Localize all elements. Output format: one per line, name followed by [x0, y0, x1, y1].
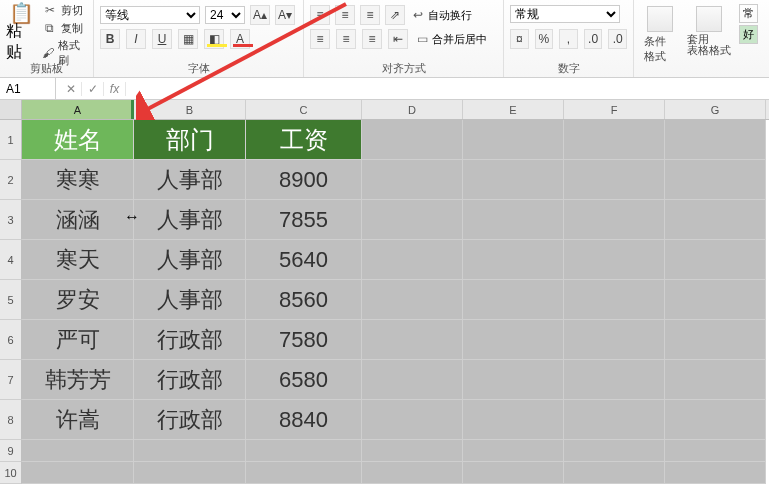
comma-button[interactable]: ,: [559, 29, 578, 49]
cell[interactable]: 8560: [246, 280, 362, 320]
percent-button[interactable]: %: [535, 29, 554, 49]
cell[interactable]: [134, 440, 246, 462]
dec-decimal-button[interactable]: .0: [608, 29, 627, 49]
cell[interactable]: [665, 440, 766, 462]
cell[interactable]: 罗安: [22, 280, 134, 320]
cell[interactable]: 人事部: [134, 160, 246, 200]
cell[interactable]: 行政部: [134, 320, 246, 360]
cell[interactable]: [362, 200, 463, 240]
cell[interactable]: [362, 360, 463, 400]
cell[interactable]: [564, 280, 665, 320]
row-header[interactable]: 3: [0, 200, 22, 240]
name-box[interactable]: A1: [0, 78, 56, 99]
cell[interactable]: [564, 400, 665, 440]
cell[interactable]: [463, 462, 564, 484]
cell[interactable]: [463, 360, 564, 400]
cell[interactable]: [564, 160, 665, 200]
style-normal[interactable]: 常: [739, 4, 758, 23]
cell[interactable]: 许嵩: [22, 400, 134, 440]
cell[interactable]: [362, 462, 463, 484]
cell[interactable]: [665, 360, 766, 400]
style-good[interactable]: 好: [739, 25, 758, 44]
cell[interactable]: [362, 120, 463, 160]
cell[interactable]: [22, 462, 134, 484]
inc-decimal-button[interactable]: .0: [584, 29, 603, 49]
cell[interactable]: [564, 200, 665, 240]
cell[interactable]: [665, 462, 766, 484]
cell[interactable]: [362, 440, 463, 462]
cell[interactable]: [665, 120, 766, 160]
cell[interactable]: 8900: [246, 160, 362, 200]
wrap-text-button[interactable]: ↩自动换行: [410, 7, 472, 23]
row-header[interactable]: 5: [0, 280, 22, 320]
cell[interactable]: [665, 320, 766, 360]
merge-center-button[interactable]: ▭合并后居中: [414, 31, 487, 47]
cell[interactable]: 部门: [134, 120, 246, 160]
cell[interactable]: 人事部: [134, 280, 246, 320]
row-header[interactable]: 6: [0, 320, 22, 360]
row-header[interactable]: 4: [0, 240, 22, 280]
cell[interactable]: [134, 462, 246, 484]
cell[interactable]: [564, 440, 665, 462]
cell[interactable]: [665, 280, 766, 320]
cell[interactable]: [463, 240, 564, 280]
row-header[interactable]: 9: [0, 440, 22, 462]
cell[interactable]: 寒寒: [22, 160, 134, 200]
row-header[interactable]: 2: [0, 160, 22, 200]
cell[interactable]: [463, 120, 564, 160]
currency-button[interactable]: ¤: [510, 29, 529, 49]
cell[interactable]: [463, 400, 564, 440]
cell[interactable]: 韩芳芳: [22, 360, 134, 400]
row-header[interactable]: 1: [0, 120, 22, 160]
cell[interactable]: [463, 440, 564, 462]
cell[interactable]: 7855: [246, 200, 362, 240]
cell[interactable]: [665, 240, 766, 280]
cancel-icon[interactable]: ✕: [60, 82, 82, 96]
cell[interactable]: 8840: [246, 400, 362, 440]
cell[interactable]: 行政部: [134, 400, 246, 440]
row-header[interactable]: 7: [0, 360, 22, 400]
select-all-corner[interactable]: [0, 100, 22, 119]
cell[interactable]: [463, 200, 564, 240]
fx-icon[interactable]: fx: [104, 82, 126, 96]
cell[interactable]: [362, 280, 463, 320]
cell[interactable]: 6580: [246, 360, 362, 400]
enter-icon[interactable]: ✓: [82, 82, 104, 96]
bold-button[interactable]: B: [100, 29, 120, 49]
cell[interactable]: 7580: [246, 320, 362, 360]
table-format-button[interactable]: 套用 表格格式: [683, 4, 735, 66]
cell[interactable]: [362, 240, 463, 280]
cell[interactable]: 工资: [246, 120, 362, 160]
cell[interactable]: 人事部: [134, 240, 246, 280]
paste-button[interactable]: 📋 粘贴: [6, 5, 38, 45]
row-header[interactable]: 8: [0, 400, 22, 440]
cell[interactable]: 姓名: [22, 120, 134, 160]
cell[interactable]: [362, 160, 463, 200]
cell[interactable]: [564, 320, 665, 360]
cut-button[interactable]: ✂剪切: [42, 2, 88, 18]
cell[interactable]: [564, 462, 665, 484]
cell[interactable]: [463, 280, 564, 320]
cell[interactable]: 人事部: [134, 200, 246, 240]
row-header[interactable]: 10: [0, 462, 22, 484]
cell[interactable]: [564, 120, 665, 160]
copy-button[interactable]: ⧉复制: [42, 20, 88, 36]
col-header-D[interactable]: D: [362, 100, 463, 119]
cell[interactable]: [362, 320, 463, 360]
cell[interactable]: [564, 360, 665, 400]
cell[interactable]: [362, 400, 463, 440]
cell[interactable]: [665, 200, 766, 240]
col-header-G[interactable]: G: [665, 100, 766, 119]
cell[interactable]: 5640: [246, 240, 362, 280]
cell[interactable]: [665, 400, 766, 440]
cell[interactable]: [463, 160, 564, 200]
cell[interactable]: [665, 160, 766, 200]
cell[interactable]: 行政部: [134, 360, 246, 400]
number-format-select[interactable]: 常规: [510, 5, 620, 23]
col-header-E[interactable]: E: [463, 100, 564, 119]
cell[interactable]: 严可: [22, 320, 134, 360]
cell[interactable]: [22, 440, 134, 462]
cell[interactable]: [246, 440, 362, 462]
cell[interactable]: [246, 462, 362, 484]
align-bottom-button[interactable]: ≡: [360, 5, 380, 25]
